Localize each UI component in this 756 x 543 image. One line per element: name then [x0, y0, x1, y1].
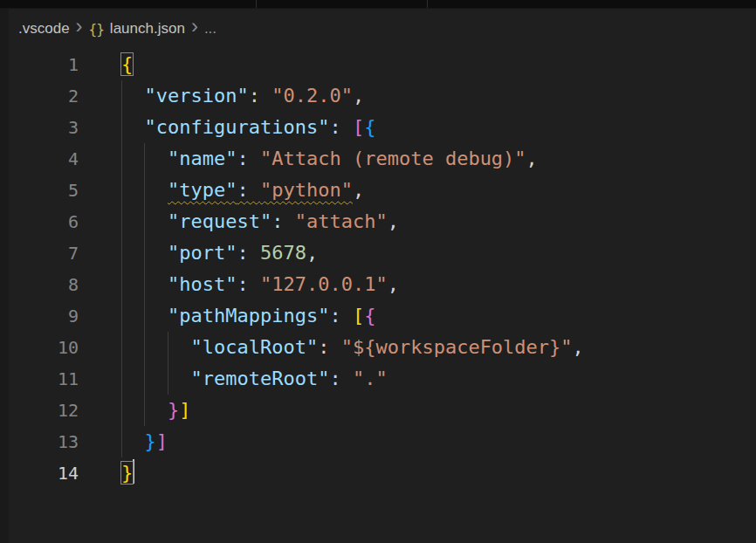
code-token: : [271, 210, 295, 232]
code-line[interactable]: 10 "localRoot": "${workspaceFolder}", [0, 332, 756, 363]
indent-guide [144, 206, 145, 237]
code-token: "host" [168, 273, 237, 295]
code-editor[interactable]: 1{2 "version": "0.2.0",3 "configurations… [0, 49, 756, 489]
code-token: "remoteRoot" [190, 368, 329, 389]
line-number[interactable]: 6 [0, 206, 79, 237]
code-token [121, 116, 145, 138]
breadcrumb-file[interactable]: launch.json [110, 20, 185, 38]
indent-guide [144, 175, 145, 206]
code-token: ] [156, 430, 168, 452]
line-number[interactable]: 1 [0, 49, 79, 80]
code-token: , [353, 179, 364, 201]
editor-lines: 1{2 "version": "0.2.0",3 "configurations… [0, 49, 756, 489]
code-content: } [121, 457, 134, 489]
indent-guide [144, 332, 145, 363]
indent-guide [144, 395, 145, 426]
code-token: "attach" [295, 210, 388, 232]
code-content: "host": "127.0.0.1", [121, 269, 399, 300]
code-token: "pathMappings" [168, 305, 329, 326]
code-content: "pathMappings": [{ [121, 300, 375, 332]
line-number[interactable]: 2 [0, 80, 79, 112]
code-token: , [353, 85, 364, 107]
code-line[interactable]: 13 }] [0, 426, 756, 457]
code-line[interactable]: 1{ [0, 49, 756, 80]
indent-guide [168, 332, 168, 363]
line-number[interactable]: 13 [0, 426, 79, 457]
line-number[interactable]: 5 [0, 175, 79, 206]
tab-divider [256, 0, 257, 8]
code-line[interactable]: 11 "remoteRoot": "." [0, 363, 756, 395]
code-token: { [364, 305, 375, 326]
code-token: : [249, 85, 272, 107]
code-token: , [526, 148, 538, 169]
breadcrumb: .vscode › {} launch.json › ... [0, 9, 756, 49]
code-token: : [329, 116, 353, 138]
indent-guide [144, 300, 145, 332]
code-token: "type" [168, 179, 237, 201]
code-token: "request" [168, 210, 271, 232]
code-line[interactable]: 2 "version": "0.2.0", [0, 80, 756, 112]
code-content: "name": "Attach (remote debug)", [121, 143, 538, 175]
line-number[interactable]: 11 [0, 363, 79, 395]
indent-guide [121, 143, 122, 175]
code-token: , [388, 210, 399, 232]
code-line[interactable]: 12 }] [0, 395, 756, 426]
chevron-right-icon: › [185, 14, 204, 38]
line-number[interactable]: 7 [0, 237, 79, 269]
indent-guide [121, 80, 122, 112]
indent-guide [121, 426, 122, 457]
code-line[interactable]: 6 "request": "attach", [0, 206, 756, 237]
indent-guide [144, 269, 145, 300]
code-line[interactable]: 14} [0, 457, 756, 489]
code-line[interactable]: 9 "pathMappings": [{ [0, 300, 756, 332]
code-token: { [364, 116, 375, 138]
line-number[interactable]: 10 [0, 332, 79, 363]
code-line[interactable]: 3 "configurations": [{ [0, 112, 756, 143]
indent-guide [121, 395, 122, 426]
tab-divider [427, 0, 428, 8]
line-number[interactable]: 12 [0, 395, 79, 426]
indent-guide [121, 112, 122, 143]
text-cursor [133, 459, 134, 484]
code-token: "name" [168, 148, 237, 169]
line-number[interactable]: 8 [0, 269, 79, 300]
code-token: , [573, 336, 584, 358]
code-token: "port" [168, 242, 237, 264]
code-content: "localRoot": "${workspaceFolder}", [121, 332, 584, 363]
code-token: 5678 [260, 242, 306, 264]
line-number[interactable]: 14 [0, 457, 79, 489]
bracket-match: { [121, 53, 133, 75]
breadcrumb-symbol-path[interactable]: ... [204, 20, 216, 38]
line-number[interactable]: 9 [0, 300, 79, 332]
code-token: : [329, 368, 353, 389]
code-token: "127.0.0.1" [260, 273, 388, 295]
code-token: "configurations" [145, 116, 330, 138]
indent-guide [121, 269, 122, 300]
code-line[interactable]: 5 "type": "python", [0, 175, 756, 206]
indent-guide [121, 175, 122, 206]
breadcrumb-folder[interactable]: .vscode [18, 20, 70, 38]
code-content: { [121, 49, 133, 80]
window-left-edge [0, 9, 9, 543]
code-token: , [306, 242, 318, 264]
indent-guide [121, 237, 122, 269]
code-token: ] [179, 399, 190, 421]
code-token: , [388, 273, 399, 295]
code-token: "python" [260, 179, 353, 201]
code-token: "Attach (remote debug)" [260, 148, 526, 169]
code-token [121, 368, 190, 389]
bracket-match: } [121, 462, 133, 484]
code-line[interactable]: 7 "port": 5678, [0, 237, 756, 269]
code-token: : [318, 336, 341, 358]
code-line[interactable]: 4 "name": "Attach (remote debug)", [0, 143, 756, 175]
code-content: "version": "0.2.0", [121, 80, 364, 112]
code-token: : [237, 179, 260, 201]
indent-guide [144, 143, 145, 175]
indent-guide [121, 300, 122, 332]
code-line[interactable]: 8 "host": "127.0.0.1", [0, 269, 756, 300]
code-token: : [237, 148, 260, 169]
indent-guide [144, 237, 145, 269]
code-content: "type": "python", [121, 175, 364, 206]
line-number[interactable]: 4 [0, 143, 79, 175]
line-number[interactable]: 3 [0, 112, 79, 143]
